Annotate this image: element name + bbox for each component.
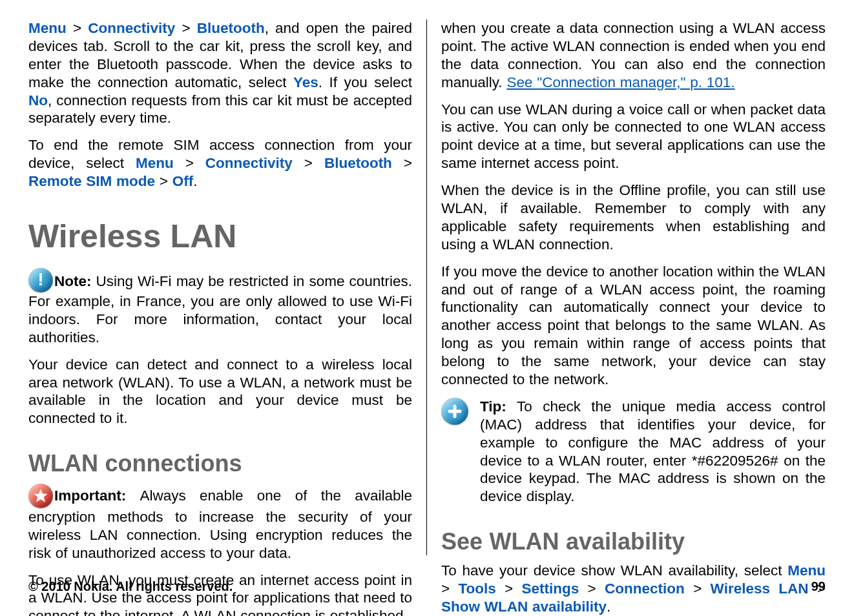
paragraph-wlan-detect: Your device can detect and connect to a …	[28, 356, 412, 428]
heading-wlan-connections: WLAN connections	[28, 449, 412, 478]
heading-see-wlan-availability: See WLAN availability	[441, 528, 826, 557]
important-label: Important:	[54, 488, 140, 504]
left-column: Menu > Connectivity > Bluetooth, and ope…	[28, 19, 427, 555]
ui-path-remote-sim: Remote SIM mode	[28, 173, 155, 189]
document-page: Menu > Connectivity > Bluetooth, and ope…	[0, 0, 854, 616]
right-column: when you create a data connection using …	[427, 19, 826, 555]
note-label: Note:	[54, 273, 96, 289]
tip-callout: Tip: To check the unique media access co…	[441, 398, 826, 506]
ui-option-yes: Yes	[293, 74, 318, 90]
separator: >	[174, 155, 205, 171]
ui-option-show-wlan: Show WLAN availability	[441, 599, 607, 615]
note-icon	[28, 268, 53, 293]
paragraph-wlan-voice-call: You can use WLAN during a voice call or …	[441, 101, 826, 173]
ui-path-bluetooth: Bluetooth	[197, 20, 265, 36]
tip-icon	[441, 398, 468, 425]
period: .	[193, 173, 197, 189]
page-number: 99	[811, 579, 826, 594]
important-callout: Important: Always enable one of the avai…	[28, 484, 412, 562]
important-icon	[28, 484, 53, 508]
ui-path-menu: Menu	[136, 155, 174, 171]
separator: >	[67, 20, 88, 36]
tip-body: To check the unique media access control…	[480, 398, 826, 504]
ui-path-menu: Menu	[787, 562, 826, 579]
page-footer: © 2010 Nokia. All rights reserved. 99	[28, 579, 826, 594]
ui-path-connectivity: Connectivity	[88, 20, 175, 36]
tip-icon-container	[441, 398, 480, 506]
separator: >	[392, 155, 412, 171]
period: .	[607, 599, 610, 615]
separator: >	[293, 155, 324, 171]
paragraph-end-remote-sim: To end the remote SIM access connection …	[28, 136, 412, 190]
ui-path-connectivity: Connectivity	[205, 155, 293, 171]
copyright-text: © 2010 Nokia. All rights reserved.	[28, 579, 233, 594]
paragraph-wlan-established: when you create a data connection using …	[441, 19, 826, 92]
note-callout: Note: Using Wi-Fi may be restricted in s…	[28, 268, 412, 347]
body-text: To have your device show WLAN availabili…	[441, 562, 787, 579]
body-text: , connection requests from this car kit …	[28, 92, 412, 127]
tip-text: Tip: To check the unique media access co…	[480, 398, 826, 506]
body-text: . If you select	[318, 74, 412, 90]
tip-label: Tip:	[480, 398, 517, 415]
heading-wireless-lan: Wireless LAN	[28, 216, 412, 256]
separator: >	[155, 173, 172, 189]
ui-option-no: No	[28, 92, 48, 108]
paragraph-bluetooth-pairing: Menu > Connectivity > Bluetooth, and ope…	[28, 19, 412, 127]
paragraph-roaming: If you move the device to another locati…	[441, 263, 826, 389]
link-connection-manager[interactable]: See "Connection manager," p. 101.	[506, 74, 734, 90]
paragraph-offline-profile: When the device is in the Offline profil…	[441, 181, 826, 254]
ui-option-off: Off	[172, 173, 194, 189]
ui-path-bluetooth: Bluetooth	[324, 155, 392, 171]
ui-path-menu: Menu	[28, 20, 67, 36]
separator: >	[175, 20, 196, 36]
two-column-layout: Menu > Connectivity > Bluetooth, and ope…	[28, 19, 826, 555]
